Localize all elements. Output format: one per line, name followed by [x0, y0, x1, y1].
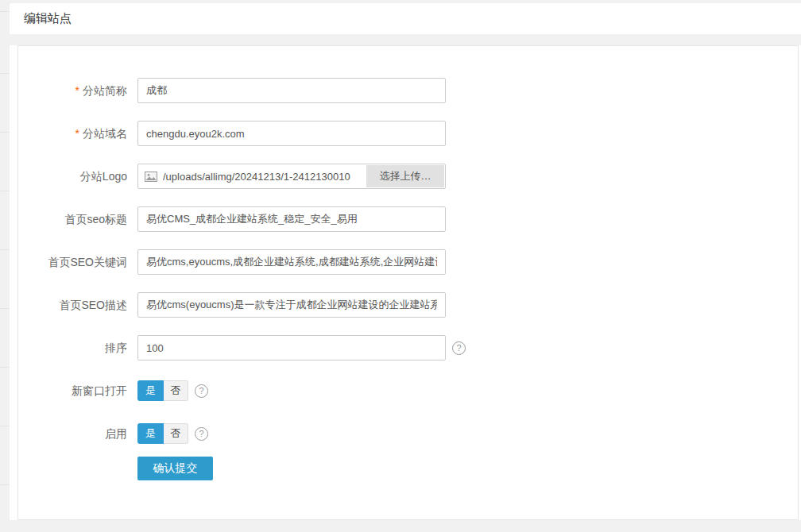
sort-order-input[interactable]	[137, 335, 446, 360]
site-domain-input[interactable]	[137, 121, 446, 146]
help-icon[interactable]: ?	[452, 341, 466, 355]
toggle-yes-button[interactable]: 是	[137, 423, 164, 444]
enabled-label: 启用	[18, 421, 137, 446]
page-header: 编辑站点	[10, 3, 801, 34]
toggle-yes-button[interactable]: 是	[137, 380, 164, 401]
field-row-site-domain: *分站域名	[18, 121, 798, 146]
site-logo-input[interactable]: /uploads/allimg/20241213/1-2412130010 选择…	[137, 164, 446, 189]
seo-description-label: 首页SEO描述	[18, 292, 137, 318]
site-short-name-input[interactable]	[137, 78, 446, 103]
site-logo-path: /uploads/allimg/20241213/1-2412130010	[163, 171, 350, 183]
field-row-site-logo: 分站Logo /uploads/allimg/20241213/1-241213…	[18, 164, 798, 189]
submit-row: 确认提交	[18, 456, 798, 481]
seo-title-label: 首页seo标题	[18, 206, 137, 232]
required-asterisk-icon: *	[75, 84, 79, 97]
field-row-open-new-window: 新窗口打开 是 否 ?	[18, 378, 798, 403]
seo-keywords-input[interactable]	[137, 249, 446, 275]
enabled-toggle: 是 否	[137, 423, 188, 444]
field-row-seo-keywords: 首页SEO关键词	[18, 249, 798, 275]
page-background-strip	[0, 0, 10, 532]
image-icon	[145, 172, 157, 182]
open-new-window-label: 新窗口打开	[18, 378, 137, 403]
help-icon[interactable]: ?	[195, 384, 208, 398]
seo-keywords-label: 首页SEO关键词	[18, 249, 137, 275]
field-row-sort-order: 排序 ?	[18, 335, 798, 360]
submit-button[interactable]: 确认提交	[137, 457, 213, 480]
field-row-seo-title: 首页seo标题	[18, 206, 798, 232]
toggle-no-button[interactable]: 否	[164, 423, 188, 444]
seo-title-input[interactable]	[137, 206, 446, 232]
site-domain-label: 分站域名	[83, 127, 127, 140]
content-panel: *分站简称 *分站域名 分站Logo	[10, 45, 801, 520]
field-row-seo-description: 首页SEO描述	[18, 292, 798, 318]
site-short-name-label: 分站简称	[83, 84, 127, 97]
field-row-enabled: 启用 是 否 ?	[18, 421, 798, 446]
open-new-window-toggle: 是 否	[137, 380, 188, 401]
toggle-no-button[interactable]: 否	[164, 380, 188, 401]
page-title: 编辑站点	[24, 11, 72, 26]
seo-description-input[interactable]	[137, 292, 446, 318]
sort-order-label: 排序	[18, 335, 137, 360]
edit-site-form: *分站简称 *分站域名 分站Logo	[17, 45, 799, 520]
field-row-site-short-name: *分站简称	[18, 78, 798, 103]
required-asterisk-icon: *	[75, 127, 79, 140]
choose-upload-button[interactable]: 选择上传…	[366, 165, 444, 187]
help-icon[interactable]: ?	[195, 427, 208, 441]
site-logo-label: 分站Logo	[18, 164, 137, 189]
